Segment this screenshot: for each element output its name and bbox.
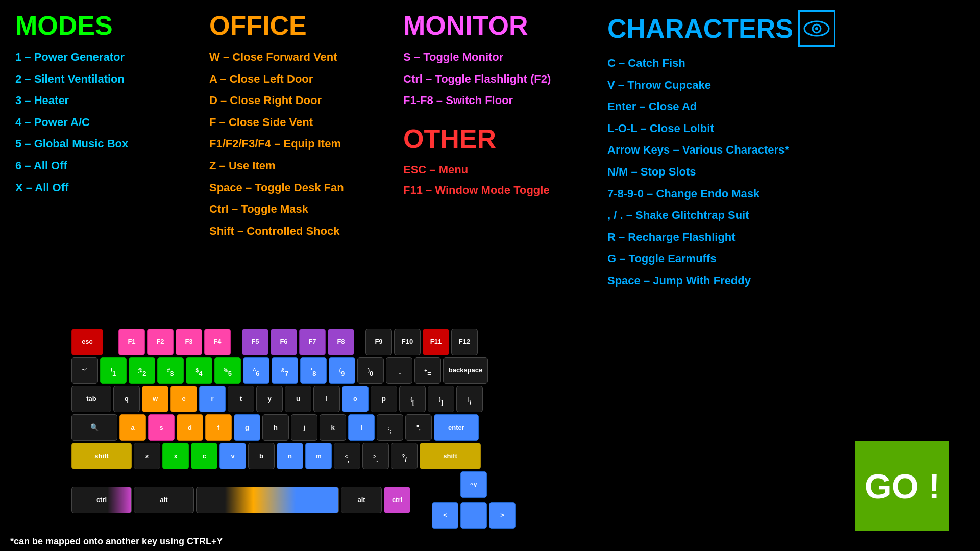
modes-item-4: 4 – Power A/C <box>15 115 209 130</box>
key-f7[interactable]: F7 <box>299 329 326 355</box>
key-z[interactable]: z <box>134 443 160 469</box>
key-semicolon[interactable]: :; <box>377 414 403 441</box>
key-h[interactable]: h <box>262 414 289 441</box>
key-tilde[interactable]: ~` <box>71 357 98 384</box>
key-enter[interactable]: enter <box>434 414 479 441</box>
office-item-7: Space – Toggle Desk Fan <box>209 181 403 195</box>
key-i[interactable]: i <box>313 386 340 412</box>
key-p[interactable]: p <box>371 386 397 412</box>
key-g[interactable]: g <box>234 414 260 441</box>
key-rbracket[interactable]: }] <box>428 386 454 412</box>
key-m[interactable]: m <box>305 443 332 469</box>
monitor-item-2: Ctrl – Toggle Flashlight (F2) <box>403 72 597 87</box>
key-4[interactable]: $4 <box>186 357 212 384</box>
key-f6[interactable]: F6 <box>271 329 297 355</box>
key-right[interactable]: > <box>489 502 516 529</box>
key-c[interactable]: c <box>191 443 217 469</box>
key-slash[interactable]: ?/ <box>391 443 418 469</box>
key-lalt[interactable]: alt <box>134 487 194 513</box>
key-down[interactable] <box>460 502 487 529</box>
key-r[interactable]: r <box>199 386 226 412</box>
key-s[interactable]: s <box>148 414 175 441</box>
char-item-5: Arrow Keys – Various Characters* <box>607 143 965 158</box>
char-item-8: , / . – Shake Glitchtrap Suit <box>607 208 965 223</box>
key-b[interactable]: b <box>248 443 275 469</box>
key-3[interactable]: #3 <box>157 357 184 384</box>
key-f11[interactable]: F11 <box>423 329 449 355</box>
key-f[interactable]: f <box>205 414 232 441</box>
key-x[interactable]: x <box>162 443 189 469</box>
characters-header: CHARACTERS <box>607 10 965 47</box>
key-e[interactable]: e <box>170 386 197 412</box>
key-9[interactable]: (9 <box>329 357 355 384</box>
key-k[interactable]: k <box>320 414 346 441</box>
key-f10[interactable]: F10 <box>394 329 421 355</box>
key-7[interactable]: &7 <box>272 357 298 384</box>
office-item-9: Shift – Controlled Shock <box>209 224 403 239</box>
key-lbracket[interactable]: {[ <box>399 386 426 412</box>
key-u[interactable]: u <box>285 386 311 412</box>
key-capslock[interactable]: 🔍 <box>71 414 117 441</box>
key-minus[interactable]: - <box>386 357 412 384</box>
key-rctrl[interactable]: ctrl <box>384 487 410 513</box>
key-quote[interactable]: "' <box>405 414 432 441</box>
char-item-3: Enter – Close Ad <box>607 99 965 114</box>
key-lctrl[interactable]: ctrl <box>71 487 132 513</box>
key-2[interactable]: @2 <box>129 357 155 384</box>
key-f5[interactable]: F5 <box>242 329 268 355</box>
key-w[interactable]: w <box>142 386 168 412</box>
key-period[interactable]: >. <box>362 443 389 469</box>
bottom-row: ctrl alt alt ctrl ^∨<> <box>71 471 516 529</box>
key-rshift[interactable]: shift <box>420 443 481 469</box>
key-t[interactable]: t <box>228 386 254 412</box>
number-row: ~` !1 @2 #3 $4 %5 ^6 &7 *8 (9 )0 - += ba… <box>71 357 516 384</box>
go-button[interactable]: GO ! <box>855 441 949 531</box>
key-j[interactable]: j <box>291 414 317 441</box>
key-0[interactable]: )0 <box>357 357 384 384</box>
key-esc[interactable]: esc <box>71 329 103 355</box>
key-l[interactable]: l <box>348 414 375 441</box>
modes-item-7: X – All Off <box>15 181 209 195</box>
key-f2[interactable]: F2 <box>147 329 174 355</box>
key-space[interactable] <box>196 487 339 513</box>
key-v[interactable]: v <box>219 443 246 469</box>
char-item-7: 7-8-9-0 – Change Endo Mask <box>607 187 965 202</box>
key-equals[interactable]: += <box>414 357 441 384</box>
key-1[interactable]: !1 <box>100 357 127 384</box>
char-item-9: R – Recharge Flashlight <box>607 230 965 245</box>
key-8[interactable]: *8 <box>300 357 327 384</box>
key-5[interactable]: %5 <box>214 357 241 384</box>
char-item-1: C – Catch Fish <box>607 56 965 71</box>
monitor-section: MONITOR S – Toggle Monitor Ctrl – Toggle… <box>403 10 597 295</box>
key-left[interactable]: < <box>432 502 458 529</box>
key-f3[interactable]: F3 <box>176 329 202 355</box>
other-item-1: ESC – Menu <box>403 163 597 177</box>
key-comma[interactable]: <, <box>334 443 360 469</box>
office-section: OFFICE W – Close Forward Vent A – Close … <box>209 10 403 295</box>
office-item-4: F – Close Side Vent <box>209 115 403 130</box>
key-tab[interactable]: tab <box>71 386 111 412</box>
key-n[interactable]: n <box>277 443 303 469</box>
key-backslash[interactable]: |\ <box>456 386 483 412</box>
key-o[interactable]: o <box>342 386 369 412</box>
key-f1[interactable]: F1 <box>118 329 145 355</box>
modes-title: MODES <box>15 10 209 41</box>
key-a[interactable]: a <box>119 414 146 441</box>
key-f9[interactable]: F9 <box>365 329 392 355</box>
monitor-title: MONITOR <box>403 10 597 41</box>
key-f4[interactable]: F4 <box>204 329 231 355</box>
key-q[interactable]: q <box>113 386 140 412</box>
zxcv-row: shift z x c v b n m <, >. ?/ shift <box>71 443 516 469</box>
key-f12[interactable]: F12 <box>451 329 478 355</box>
key-f8[interactable]: F8 <box>328 329 354 355</box>
key-backspace[interactable]: backspace <box>443 357 488 384</box>
key-lshift[interactable]: shift <box>71 443 132 469</box>
key-y[interactable]: y <box>256 386 283 412</box>
key-d[interactable]: d <box>177 414 203 441</box>
key-up[interactable]: ^∨ <box>460 471 487 498</box>
asdf-row: 🔍 a s d f g h j k l :; "' enter <box>71 414 516 441</box>
monitor-item-3: F1-F8 – Switch Floor <box>403 93 597 108</box>
key-ralt[interactable]: alt <box>341 487 382 513</box>
key-6[interactable]: ^6 <box>243 357 270 384</box>
office-item-6: Z – Use Item <box>209 159 403 173</box>
